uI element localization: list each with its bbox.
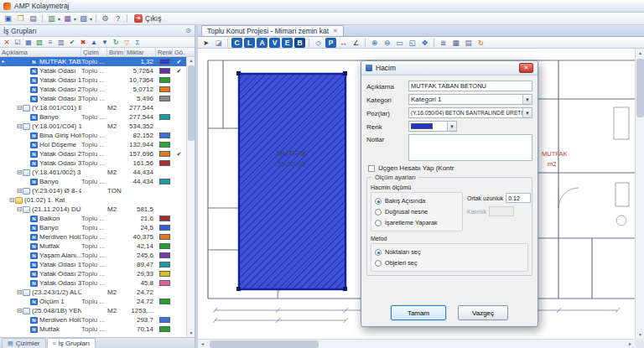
color-swatch[interactable] [159, 317, 170, 323]
kategori-select[interactable]: Kategori 1 ▼ [408, 94, 532, 105]
select-cursor-icon[interactable]: ➤ [200, 38, 211, 48]
radio-icon[interactable] [375, 249, 382, 256]
col-goster[interactable]: Gö... [173, 48, 185, 56]
color-swatch[interactable] [159, 86, 170, 92]
expander-icon[interactable]: ⊟ [16, 122, 23, 131]
zoom-window-icon[interactable]: ▭ [394, 38, 405, 48]
color-swatch[interactable] [159, 179, 170, 184]
scroll-up-icon[interactable]: ▲ [187, 57, 195, 65]
erase-icon[interactable]: ◪ [213, 38, 224, 48]
table-row[interactable]: ⊟ (01.02) 1. Kat [0, 195, 186, 205]
open-icon[interactable]: ❒ [15, 13, 26, 23]
table-row[interactable]: N Yaşam Alanı... Toplu ... 245,6 [0, 251, 186, 260]
table-row[interactable]: N Yatak Odası 3 Toplu ... 161,56 [0, 158, 186, 168]
v-scroll-thumb[interactable] [636, 59, 644, 117]
tool-b-icon[interactable]: B [294, 38, 305, 48]
radio-isaretleme-yaparak[interactable]: İşaretleme Yaparak [375, 217, 459, 228]
expander-icon[interactable]: ⊟ [8, 195, 15, 205]
color-swatch[interactable] [159, 114, 170, 120]
chevron-down-icon[interactable]: ▼ [522, 95, 532, 104]
col-renk[interactable]: Renk [156, 48, 173, 56]
dialog-title-bar[interactable]: Hacim ✕ [361, 61, 538, 75]
table-row[interactable]: N Yatak Odası 1 Toplu ... 89,47 [0, 260, 186, 269]
tree-scroll-thumb[interactable] [188, 65, 195, 141]
scroll-right-icon[interactable]: ► [626, 340, 635, 348]
color-swatch[interactable] [159, 68, 170, 74]
ucgen-checkbox-row[interactable]: Üçgen Hesabı Yap (Kontr [368, 164, 532, 172]
add-group-icon[interactable]: ▦ [23, 38, 34, 47]
table-row[interactable]: N Yatak Odası 2 Toplu ... 29,33 [0, 269, 186, 278]
table-row[interactable]: ⊟ (23.243/1/2) ALÜM... M2 24,72 [0, 288, 186, 297]
table-row[interactable]: N Hol Döşeme Toplu ... 132,944 [0, 140, 186, 149]
table-row[interactable]: N Balkon Toplu ... 21,6 [0, 214, 186, 223]
color-swatch[interactable] [159, 299, 170, 304]
table-row[interactable]: N Yatak Odası 1 Toplu ... 10,7364 [0, 75, 186, 85]
color-swatch[interactable] [159, 262, 170, 267]
color-swatch[interactable] [159, 59, 170, 65]
dialog-close-button[interactable]: ✕ [519, 63, 533, 73]
reports-icon-dropdown[interactable]: ▾ [58, 16, 60, 22]
tree-scrollbar[interactable]: ▲ ▼ [186, 57, 195, 337]
selected-room-region[interactable] [239, 74, 345, 289]
table-row[interactable]: N Yatak Odası 3 Toplu ... 5,496 [0, 94, 186, 103]
table-row[interactable]: N Banyo Toplu ... 277,544 [0, 112, 186, 122]
remove-icon[interactable]: ✖ [78, 38, 88, 47]
table-row[interactable]: ▸ N MUTFAK TABA... Toplu ... 1,32 ✔ [0, 57, 186, 66]
color-swatch[interactable] [159, 252, 170, 258]
table-row[interactable]: ⊟ (Y.18.001/C01) BS... M2 277,544 [0, 103, 186, 112]
color-swatch[interactable] [159, 77, 170, 83]
chevron-down-icon[interactable]: ▼ [447, 122, 456, 131]
color-swatch[interactable] [159, 160, 170, 166]
table-row[interactable]: N Bina Giriş Holü Toplu ... 82,152 [0, 131, 186, 140]
exit-button[interactable]: ➜Çıkış [131, 14, 164, 23]
layers-icon[interactable]: ≣ [438, 38, 449, 48]
reports-icon[interactable]: ▥ [46, 13, 57, 23]
color-swatch[interactable] [159, 271, 170, 277]
tool-v-icon[interactable]: V [269, 38, 280, 48]
pozlar-browse-button[interactable]: ▼ [522, 108, 532, 117]
color-swatch[interactable] [159, 225, 170, 231]
expander-icon[interactable]: ⊟ [16, 186, 23, 195]
measure-refresh-icon[interactable]: ↻ [475, 38, 486, 48]
table-row[interactable]: N Mutfak Toplu ... 42,14 [0, 242, 186, 251]
tab-is-gruplari[interactable]: ≡ İş Grupları [47, 338, 96, 348]
color-swatch[interactable] [159, 132, 170, 138]
save-icon[interactable]: ▣ [3, 13, 13, 23]
settings-icon[interactable]: ⚙ [100, 13, 111, 23]
color-swatch[interactable] [159, 96, 170, 101]
col-cizim[interactable]: Çizim [81, 48, 107, 56]
expander-icon[interactable]: ⊟ [16, 288, 23, 297]
vazgec-button[interactable]: Vazgeç [458, 305, 508, 320]
table-row[interactable]: N Yatak Odası Toplu ... 5,7264 ✔ [0, 66, 186, 75]
color-swatch[interactable] [159, 326, 170, 332]
tool-e-icon[interactable]: E [282, 38, 293, 48]
zoom-out-icon[interactable]: ⊖ [382, 38, 392, 48]
radio-dogrusal-nesne[interactable]: Doğrusal nesne [375, 206, 459, 217]
columns-icon[interactable]: ▥ [56, 38, 66, 47]
scroll-up-icon[interactable]: ▲ [636, 49, 644, 57]
list-view-icon[interactable]: ≡ [45, 38, 55, 47]
tab-cizimler[interactable]: ▤ Çizimler [2, 338, 46, 348]
radio-icon[interactable] [375, 260, 382, 267]
tamam-button[interactable]: Tamam [391, 305, 446, 320]
radio-icon[interactable] [375, 209, 382, 216]
color-swatch[interactable] [159, 142, 170, 148]
move-up-icon[interactable]: ▲ [89, 38, 99, 47]
horizontal-scrollbar[interactable]: ◄ ► [198, 339, 635, 348]
tables-icon[interactable]: ▦ [62, 13, 73, 23]
table-row[interactable]: N Mutfak Toplu ... 70,14 [0, 325, 186, 334]
radio-objeleri-sec[interactable]: Objeleri seç [375, 257, 524, 268]
ortak-uzunluk-field[interactable] [506, 193, 531, 203]
polygon-icon[interactable]: ◇ [313, 38, 324, 48]
notlar-field[interactable] [408, 134, 532, 161]
tab-close-icon[interactable]: ✕ [333, 28, 338, 34]
row-visibility-check[interactable]: ✔ [173, 57, 185, 66]
tool-p-icon[interactable]: P [325, 38, 336, 48]
table-row[interactable]: N Merdiven Holü Toplu ... 293,7 [0, 315, 186, 325]
expander-icon[interactable]: ⊟ [16, 205, 23, 214]
color-swatch[interactable] [159, 216, 170, 221]
expander-icon[interactable]: ⊟ [16, 306, 23, 315]
pozlar-field[interactable]: (Y.16.050/04) BETON SANTRALİNDE ÜRETİLEN… [408, 107, 532, 118]
row-visibility-check[interactable]: ✔ [173, 66, 185, 75]
radio-bakis-acisinda[interactable]: Bakış Açısında [375, 195, 459, 206]
